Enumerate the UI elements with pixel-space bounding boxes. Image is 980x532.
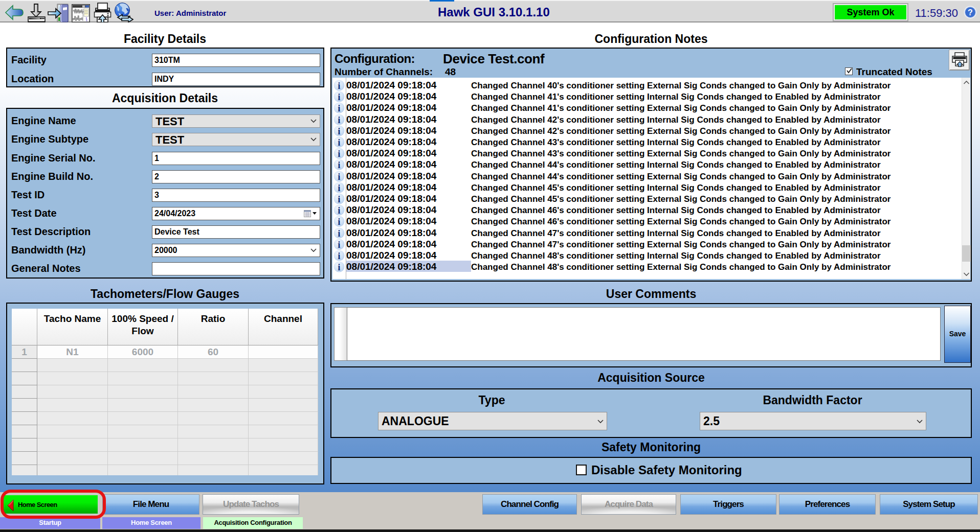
svg-text:?: ?	[968, 8, 973, 17]
